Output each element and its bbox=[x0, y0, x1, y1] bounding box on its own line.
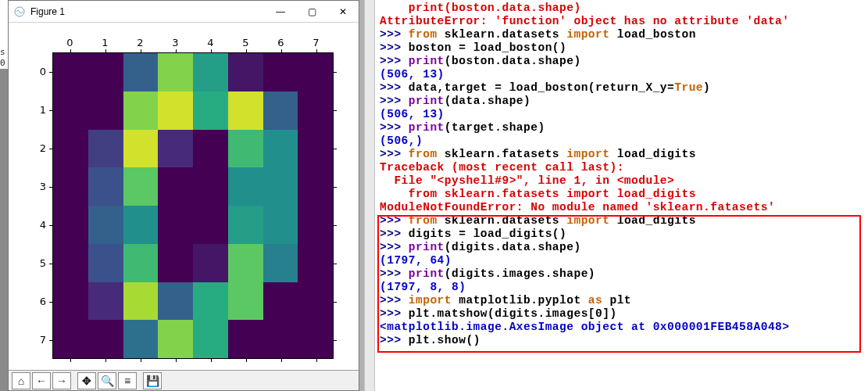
console-line: (506,) bbox=[380, 135, 865, 148]
console-line: (1797, 8, 8) bbox=[380, 281, 865, 294]
python-shell-pane[interactable]: print(boston.data.shape)AttributeError: … bbox=[359, 0, 868, 391]
heatmap-cell bbox=[123, 320, 159, 358]
vertical-scrollbar[interactable] bbox=[364, 0, 375, 391]
heatmap-cell bbox=[88, 320, 123, 358]
heatmap-cell bbox=[193, 130, 228, 168]
code-token: sklearn.datasets bbox=[438, 214, 567, 227]
code-token: >>> bbox=[380, 148, 409, 160]
configure-icon: ≡ bbox=[124, 375, 130, 387]
heatmap-cell bbox=[228, 91, 263, 130]
code-token: Traceback (most recent call last): bbox=[380, 161, 624, 174]
heatmap-cell bbox=[88, 91, 123, 130]
heatmap-cell bbox=[158, 53, 193, 91]
heatmap-cell bbox=[263, 91, 298, 130]
minimize-button[interactable]: — bbox=[265, 1, 296, 23]
code-token: (506, 13) bbox=[380, 68, 445, 81]
code-token: 0 bbox=[595, 307, 602, 320]
home-button[interactable]: ⌂ bbox=[12, 372, 30, 389]
window-title: Figure 1 bbox=[30, 6, 265, 17]
console-line: print(boston.data.shape) bbox=[380, 2, 865, 15]
heatmap-cell bbox=[53, 130, 88, 168]
heatmap-cell bbox=[228, 282, 263, 321]
code-token: (data.shape) bbox=[445, 95, 530, 107]
heatmap-cell bbox=[158, 167, 193, 206]
y-tick: 3 bbox=[32, 167, 46, 206]
pan-icon: ✥ bbox=[82, 375, 91, 387]
console-line: >>> print(boston.data.shape) bbox=[380, 55, 865, 68]
code-token: >>> bbox=[380, 307, 409, 320]
forward-icon: → bbox=[56, 375, 67, 387]
console-line: (506, 13) bbox=[380, 68, 865, 81]
heatmap-cell bbox=[193, 206, 228, 244]
heatmap-cell bbox=[88, 130, 123, 168]
code-token: >>> bbox=[380, 55, 409, 67]
plot-canvas[interactable]: 01234567 01234567 bbox=[9, 23, 359, 370]
home-icon: ⌂ bbox=[18, 375, 24, 387]
app-icon bbox=[13, 5, 26, 18]
code-token: >>> bbox=[380, 95, 409, 107]
forward-button[interactable]: → bbox=[52, 372, 71, 389]
heatmap-cell bbox=[88, 53, 123, 91]
heatmap-cell bbox=[263, 244, 298, 282]
console-line: <matplotlib.image.AxesImage object at 0x… bbox=[380, 321, 865, 334]
code-token: import bbox=[409, 294, 452, 307]
code-token: as bbox=[588, 294, 602, 307]
code-token: plt bbox=[602, 294, 631, 307]
code-token: load_digits bbox=[609, 214, 695, 227]
code-token: data,target = load_boston(return_X_y= bbox=[409, 81, 674, 94]
code-token: >>> bbox=[380, 81, 409, 94]
save-button[interactable]: 💾 bbox=[143, 372, 162, 389]
pan-button[interactable]: ✥ bbox=[77, 372, 96, 389]
zoom-button[interactable]: 🔍 bbox=[98, 372, 116, 389]
console-line: Traceback (most recent call last): bbox=[380, 161, 865, 174]
heatmap-cell bbox=[158, 91, 193, 130]
code-token: digits = load_digits() bbox=[409, 228, 566, 240]
code-token: import bbox=[566, 214, 609, 227]
heatmap-cell bbox=[123, 53, 159, 91]
code-token: ) bbox=[703, 81, 710, 94]
console-line: >>> print(data.shape) bbox=[380, 95, 865, 108]
heatmap-cell bbox=[158, 320, 193, 358]
figure-window: Figure 1 — ▢ ✕ 01234567 01234567 ⌂ ← bbox=[8, 0, 359, 391]
y-tick: 6 bbox=[32, 282, 46, 321]
heatmap-cell bbox=[88, 282, 123, 321]
heatmap-cell bbox=[193, 282, 228, 321]
code-token: from bbox=[409, 214, 438, 227]
heatmap-cell bbox=[228, 167, 263, 206]
y-tick: 0 bbox=[32, 52, 46, 91]
code-token: plt.show() bbox=[409, 334, 480, 346]
heatmap-cell bbox=[158, 206, 193, 244]
code-token: (506, 13) bbox=[380, 108, 445, 120]
console-line: >>> print(target.shape) bbox=[380, 121, 865, 135]
heatmap-cell bbox=[228, 53, 263, 91]
configure-button[interactable]: ≡ bbox=[118, 372, 137, 389]
y-tick: 7 bbox=[32, 321, 46, 359]
heatmap-cell bbox=[298, 206, 333, 244]
bg-char: 0 bbox=[0, 58, 8, 69]
console-line: ModuleNotFoundError: No module named 'sk… bbox=[380, 201, 865, 214]
window-titlebar[interactable]: Figure 1 — ▢ ✕ bbox=[9, 1, 359, 23]
heatmap-cell bbox=[298, 53, 333, 91]
heatmap-cell bbox=[263, 53, 298, 91]
heatmap-cell bbox=[53, 91, 88, 130]
back-icon: ← bbox=[36, 375, 47, 387]
maximize-icon: ▢ bbox=[308, 6, 316, 17]
x-tick: 5 bbox=[228, 37, 263, 48]
matplotlib-toolbar: ⌂ ← → ✥ 🔍 ≡ 💾 bbox=[9, 370, 359, 390]
y-tick: 5 bbox=[32, 244, 46, 282]
heatmap-cell bbox=[53, 320, 88, 358]
heatmap-cell bbox=[53, 282, 88, 321]
close-button[interactable]: ✕ bbox=[327, 1, 359, 23]
console-output[interactable]: print(boston.data.shape)AttributeError: … bbox=[364, 0, 868, 349]
back-button[interactable]: ← bbox=[32, 372, 51, 389]
console-line: >>> data,target = load_boston(return_X_y… bbox=[380, 81, 865, 95]
heatmap-cell bbox=[298, 167, 333, 206]
maximize-button[interactable]: ▢ bbox=[296, 1, 327, 23]
code-token: True bbox=[674, 81, 703, 94]
figure-window-column: s 0 Figure 1 — ▢ ✕ 01234567 bbox=[0, 0, 359, 391]
code-token: print bbox=[409, 55, 445, 67]
y-tick: 4 bbox=[32, 206, 46, 244]
code-token: >>> bbox=[380, 214, 409, 227]
x-tick: 1 bbox=[88, 37, 123, 48]
code-token: (1797, 8, 8) bbox=[380, 281, 466, 293]
